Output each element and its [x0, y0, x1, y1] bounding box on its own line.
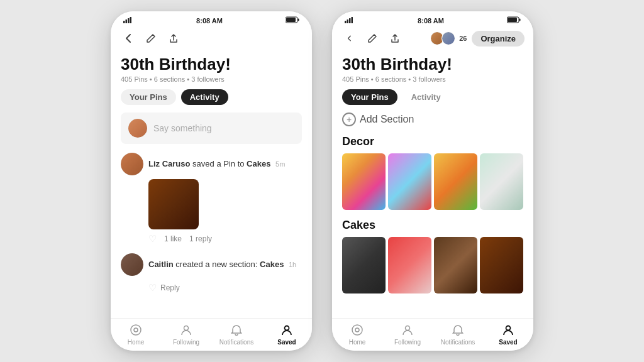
reply-button-caitlin[interactable]: Reply	[160, 283, 180, 292]
left-phone: 8:08 AM 30th Birthday! 405 Pins • 6 sect…	[111, 11, 312, 351]
pin-thumb-decor-4[interactable]	[480, 153, 523, 210]
activity-user-row-caitlin: Caitlin created a new section: Cakes 1h	[121, 253, 302, 276]
svg-rect-0	[123, 21, 125, 23]
add-section-icon: +	[342, 112, 356, 126]
bottom-nav-right: Home Following Notifications Saved	[332, 318, 533, 351]
status-bar-left: 8:08 AM	[111, 11, 312, 27]
heart-icon-caitlin[interactable]: ♡	[148, 282, 157, 293]
saved-label-right: Saved	[499, 339, 517, 346]
following-label-right: Following	[394, 339, 421, 346]
avatar-caitlin	[121, 253, 143, 276]
activity-item-liz: Liz Caruso saved a Pin to Cakes 5m ♡ 1 l…	[121, 153, 302, 244]
pin-thumb-cakes-2[interactable]	[388, 237, 431, 293]
pin-thumb-cakes-3[interactable]	[434, 237, 477, 293]
bottom-nav-saved-right[interactable]: Saved	[483, 322, 533, 346]
svg-point-19	[355, 328, 359, 332]
time-left: 8:08 AM	[196, 17, 223, 25]
tab-your-pins-left[interactable]: Your Pins	[121, 89, 176, 105]
battery-icon-right	[507, 16, 521, 25]
collaborators-avatars: 26	[430, 31, 467, 45]
right-phone: 8:08 AM 26 Organize	[332, 11, 533, 351]
svg-point-8	[134, 328, 138, 332]
tab-activity-left[interactable]: Activity	[181, 89, 228, 105]
pin-thumb-cakes-1[interactable]	[342, 237, 386, 293]
activity-user-name-liz: Liz Caruso	[148, 159, 190, 168]
time-right: 8:08 AM	[418, 17, 444, 25]
left-content: 30th Birthday! 405 Pins • 6 sections • 3…	[111, 50, 312, 318]
notifications-label-right: Notifications	[441, 339, 475, 346]
activity-target-caitlin: Cakes	[260, 260, 284, 269]
pin-thumb-decor-2[interactable]	[388, 153, 431, 210]
signal-icon	[123, 17, 133, 25]
tab-your-pins-right[interactable]: Your Pins	[342, 89, 397, 105]
bottom-nav-left: Home Following Notifications Saved	[111, 318, 312, 351]
pin-thumb-decor-3[interactable]	[434, 153, 477, 210]
pin-preview-liz	[148, 179, 199, 229]
following-icon-left	[179, 322, 194, 337]
svg-rect-11	[345, 21, 347, 23]
svg-rect-12	[347, 19, 349, 23]
svg-rect-16	[519, 19, 521, 21]
reply-action-row-caitlin: ♡ Reply	[148, 282, 302, 293]
activity-text-caitlin: Caitlin created a new section: Cakes 1h	[148, 260, 296, 270]
saved-icon-right	[501, 322, 516, 337]
organize-button[interactable]: Organize	[472, 31, 525, 47]
collaborator-avatar-2	[441, 31, 455, 45]
svg-rect-2	[128, 18, 130, 23]
reply-count-liz: 1 reply	[189, 234, 212, 243]
current-user-avatar	[128, 119, 147, 138]
collaborator-count: 26	[459, 35, 467, 42]
back-button-right[interactable]	[341, 30, 358, 47]
svg-point-21	[506, 326, 511, 331]
svg-point-10	[285, 326, 289, 331]
svg-point-9	[184, 326, 189, 331]
home-label-right: Home	[349, 339, 366, 346]
share-button-left[interactable]	[165, 30, 182, 47]
bottom-nav-following-right[interactable]: Following	[382, 322, 433, 346]
nav-bar-right: 26 Organize	[332, 27, 533, 50]
activity-text-liz: Liz Caruso saved a Pin to Cakes 5m	[148, 159, 285, 170]
like-count-liz: 1 like	[164, 234, 182, 243]
bottom-nav-home-left[interactable]: Home	[111, 322, 161, 346]
activity-item-caitlin: Caitlin created a new section: Cakes 1h …	[121, 253, 302, 293]
bottom-nav-home-right[interactable]: Home	[332, 322, 382, 346]
bottom-nav-notifications-left[interactable]: Notifications	[211, 322, 262, 346]
svg-rect-17	[508, 18, 517, 22]
home-label-left: Home	[128, 339, 145, 346]
right-content: 30th Birthday! 405 Pins • 6 sections • 3…	[332, 50, 533, 318]
status-bar-right: 8:08 AM	[332, 11, 533, 27]
heart-icon-liz[interactable]: ♡	[148, 233, 157, 244]
back-button-left[interactable]	[119, 30, 137, 47]
battery-icon-left	[286, 16, 299, 25]
add-section-row[interactable]: + Add Section	[342, 112, 523, 126]
bottom-nav-notifications-right[interactable]: Notifications	[433, 322, 483, 346]
activity-time-caitlin: 1h	[289, 261, 296, 268]
home-icon-left	[128, 322, 143, 337]
svg-rect-6	[286, 18, 296, 22]
share-button-right[interactable]	[386, 30, 404, 47]
home-icon-right	[350, 322, 365, 337]
following-icon-right	[400, 322, 415, 337]
board-meta-left: 405 Pins • 6 sections • 3 followers	[121, 75, 302, 83]
pin-thumb-cakes-4[interactable]	[480, 237, 523, 293]
activity-time-liz: 5m	[275, 160, 285, 168]
edit-button-right[interactable]	[364, 30, 381, 47]
activity-target-liz: Cakes	[247, 159, 270, 168]
bottom-nav-following-left[interactable]: Following	[161, 322, 211, 346]
tab-activity-right[interactable]: Activity	[402, 89, 450, 105]
notifications-icon-right	[450, 322, 465, 337]
svg-rect-1	[126, 19, 128, 23]
add-section-label: Add Section	[360, 114, 414, 125]
edit-button-left[interactable]	[142, 30, 160, 47]
bottom-nav-saved-left[interactable]: Saved	[262, 322, 312, 346]
svg-point-20	[406, 326, 410, 331]
pin-thumb-decor-1[interactable]	[342, 153, 386, 210]
pin-grid-decor	[342, 153, 523, 210]
activity-user-name-caitlin: Caitlin	[148, 260, 174, 269]
notifications-icon-left	[229, 322, 244, 337]
section-title-cakes: Cakes	[342, 219, 523, 232]
svg-rect-5	[298, 19, 299, 21]
signal-icon-right	[345, 17, 355, 25]
tabs-left: Your Pins Activity	[121, 89, 302, 105]
say-something-bar[interactable]: Say something	[121, 112, 302, 144]
